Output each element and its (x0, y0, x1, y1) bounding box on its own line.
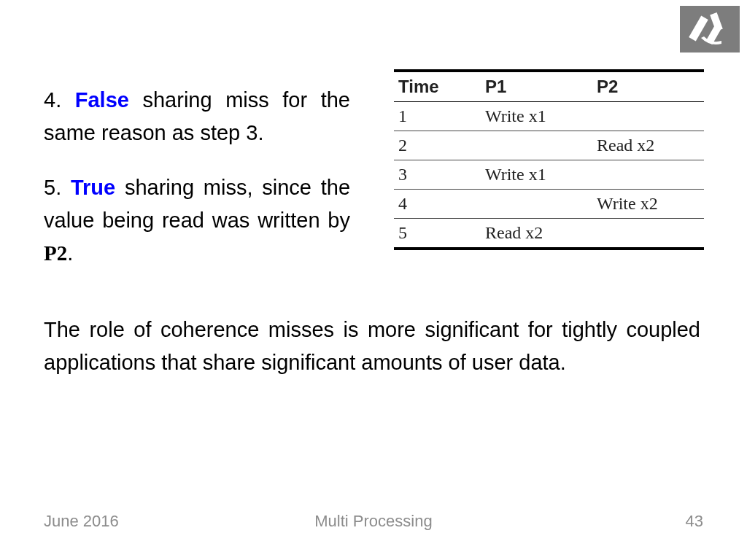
footer-date: June 2016 (44, 512, 119, 531)
slide: 4. False sharing miss for the same reaso… (0, 0, 747, 560)
cell-p1 (481, 131, 592, 160)
point-4-number: 4. (44, 88, 75, 112)
cell-time: 2 (394, 131, 481, 160)
cell-time: 3 (394, 160, 481, 190)
header-time: Time (394, 72, 481, 102)
point-5-keyword: True (71, 176, 115, 199)
slide-footer: June 2016 Multi Processing 43 (44, 512, 703, 531)
cell-p1: Read x2 (481, 219, 592, 248)
cell-p2: Read x2 (592, 131, 704, 160)
footer-title: Multi Processing (44, 512, 703, 531)
cell-p2 (592, 102, 704, 131)
aleph-logo (680, 6, 740, 52)
point-5-number: 5. (44, 176, 71, 199)
svg-rect-0 (689, 16, 708, 42)
point-5: 5. True sharing miss, since the value be… (44, 171, 350, 270)
cell-time: 5 (394, 219, 481, 248)
cell-p1 (481, 190, 592, 219)
point-4: 4. False sharing miss for the same reaso… (44, 84, 350, 149)
summary-paragraph: The role of coherence misses is more sig… (44, 314, 700, 379)
cell-time: 1 (394, 102, 481, 131)
header-p1: P1 (481, 72, 592, 102)
cell-p1: Write x1 (481, 102, 592, 131)
table-row: 3 Write x1 (394, 160, 704, 190)
table-header-row: Time P1 P2 (394, 72, 704, 102)
cell-p2 (592, 160, 704, 190)
cell-time: 4 (394, 190, 481, 219)
header-p2: P2 (592, 72, 704, 102)
footer-page: 43 (686, 512, 703, 531)
point-5-processor: P2 (44, 241, 67, 265)
cell-p2 (592, 219, 704, 248)
point-4-keyword: False (75, 88, 129, 112)
cell-p2: Write x2 (592, 190, 704, 219)
table-row: 1 Write x1 (394, 102, 704, 131)
bullet-list: 4. False sharing miss for the same reaso… (44, 84, 350, 270)
table-row: 2 Read x2 (394, 131, 704, 160)
point-5-end: . (67, 241, 73, 265)
cell-p1: Write x1 (481, 160, 592, 190)
table-row: 5 Read x2 (394, 219, 704, 248)
timeline-table: Time P1 P2 1 Write x1 2 Read x2 3 (394, 69, 704, 250)
table-row: 4 Write x2 (394, 190, 704, 219)
